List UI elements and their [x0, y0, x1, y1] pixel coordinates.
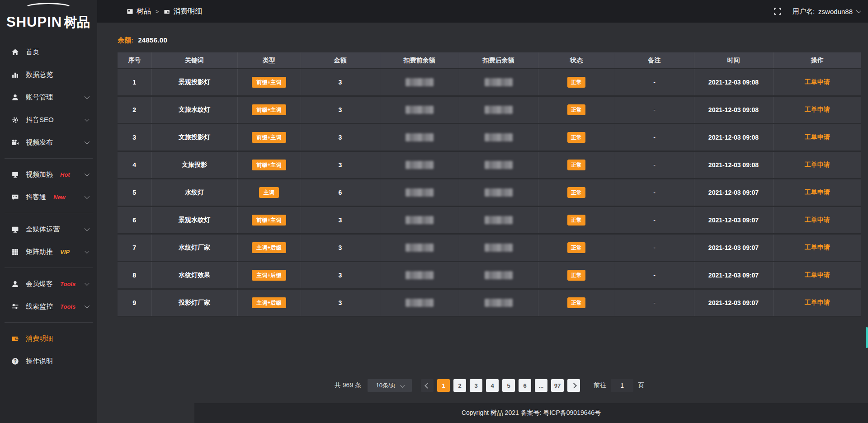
table-row: 1 景观投影灯 前缀+主词 3 正常 - 2021-12-03 09:08 工单… [118, 69, 861, 96]
fullscreen-icon[interactable] [774, 7, 783, 16]
work-order-link[interactable]: 工单申请 [805, 161, 830, 168]
sidebar-item-video-publish[interactable]: 视频发布 [0, 131, 97, 154]
cell-action: 工单申请 [773, 151, 861, 179]
menu-tag: VIP [60, 249, 70, 255]
chat-icon [11, 193, 19, 201]
logo-text-en: SHUPIN [6, 15, 62, 29]
chevron-down-icon [400, 383, 405, 387]
user-menu[interactable]: 用户名: zswodun88 [793, 7, 860, 16]
breadcrumb-item-current[interactable]: 消费明细 [164, 7, 203, 16]
page-button-6[interactable]: 6 [519, 379, 531, 392]
goto-label: 前往 [594, 381, 606, 390]
copyright-text: Copyright 树品 2021 备案号: 粤ICP备09019646号 [462, 409, 601, 417]
breadcrumb-separator: > [156, 8, 159, 15]
cell-pre-balance [380, 124, 459, 151]
cell-time: 2021-12-03 09:07 [694, 262, 773, 289]
page-button-1[interactable]: 1 [437, 379, 450, 392]
sidebar-item-account-management[interactable]: 账号管理 [0, 86, 97, 108]
cell-post-balance [459, 262, 538, 289]
cell-keyword: 文旅水纹灯 [151, 96, 237, 124]
blurred-balance-value [406, 271, 434, 279]
page-button-2[interactable]: 2 [453, 379, 466, 392]
chevron-down-icon [85, 249, 90, 254]
status-badge: 正常 [567, 160, 585, 170]
cell-amount: 3 [301, 207, 380, 234]
page-button-3[interactable]: 3 [470, 379, 482, 392]
work-order-link[interactable]: 工单申请 [805, 216, 830, 223]
goto-page-input[interactable] [611, 379, 633, 392]
blurred-balance-value [485, 161, 513, 169]
gear-icon [11, 116, 19, 124]
sidebar-item-matrix-boost[interactable]: 矩阵助推 VIP [0, 240, 97, 263]
type-badge: 前缀+主词 [252, 132, 286, 143]
cell-status: 正常 [538, 262, 615, 289]
blurred-balance-value [485, 299, 513, 307]
work-order-link[interactable]: 工单申请 [805, 133, 830, 141]
work-order-link[interactable]: 工单申请 [805, 106, 830, 113]
top-bar: 树品 > 消费明细 用户名: zswodun88 [97, 0, 868, 23]
cell-keyword: 水纹灯厂家 [151, 234, 237, 262]
work-order-link[interactable]: 工单申请 [805, 244, 830, 251]
type-badge: 主词 [259, 187, 279, 198]
sidebar-item-doukotong[interactable]: 抖客通 New [0, 186, 97, 208]
scroll-accent-bar [866, 327, 868, 348]
work-order-link[interactable]: 工单申请 [805, 271, 830, 278]
cell-amount: 3 [301, 289, 380, 317]
sidebar-item-lead-monitor[interactable]: 线索监控 Tools [0, 295, 97, 318]
sidebar-item-member-burst[interactable]: 会员爆客 Tools [0, 273, 97, 295]
cell-amount: 3 [301, 124, 380, 151]
cell-time: 2021-12-03 09:08 [694, 124, 773, 151]
page-button-97[interactable]: 97 [551, 379, 564, 392]
sidebar-item-consumption-detail[interactable]: 消费明细 [0, 327, 97, 350]
cell-keyword: 景观投影灯 [151, 69, 237, 96]
cell-remark: - [615, 207, 694, 234]
sidebar-item-operation-guide[interactable]: ? 操作说明 [0, 350, 97, 372]
cell-post-balance [459, 69, 538, 96]
cell-action: 工单申请 [773, 234, 861, 262]
page-button-4[interactable]: 4 [486, 379, 499, 392]
page-button-5[interactable]: 5 [502, 379, 515, 392]
type-badge: 前缀+主词 [252, 77, 286, 88]
blurred-balance-value [406, 216, 434, 224]
type-badge: 主词+后缀 [252, 270, 286, 281]
cell-pre-balance [380, 207, 459, 234]
work-order-link[interactable]: 工单申请 [805, 78, 830, 85]
blurred-balance-value [406, 299, 434, 307]
col-status: 状态 [538, 52, 615, 69]
cell-amount: 6 [301, 179, 380, 207]
type-badge: 主词+后缀 [252, 242, 286, 253]
video-camera-icon [11, 138, 19, 146]
blurred-balance-value [406, 244, 434, 252]
cell-pre-balance [380, 151, 459, 179]
breadcrumb-item-home[interactable]: 树品 [127, 7, 151, 16]
col-action: 操作 [773, 52, 861, 69]
sidebar-item-home[interactable]: 首页 [0, 41, 97, 63]
chevron-left-icon [425, 383, 430, 389]
cell-action: 工单申请 [773, 262, 861, 289]
cell-status: 正常 [538, 69, 615, 96]
cell-type: 前缀+主词 [237, 69, 301, 96]
sidebar-item-all-media-operation[interactable]: 全媒体运营 [0, 218, 97, 240]
sidebar-item-douyin-seo[interactable]: 抖音SEO [0, 108, 97, 131]
cell-amount: 3 [301, 96, 380, 124]
total-count: 共 969 条 [335, 381, 361, 390]
work-order-link[interactable]: 工单申请 [805, 188, 830, 196]
work-order-link[interactable]: 工单申请 [805, 299, 830, 306]
blurred-balance-value [406, 188, 434, 197]
next-page-button[interactable] [567, 379, 580, 392]
prev-page-button[interactable] [421, 379, 434, 392]
page-ellipsis-button[interactable]: ... [535, 379, 547, 392]
cell-status: 正常 [538, 124, 615, 151]
sidebar-item-video-heat[interactable]: 视频加热 Hot [0, 163, 97, 186]
cell-action: 工单申请 [773, 96, 861, 124]
cell-time: 2021-12-03 09:07 [694, 234, 773, 262]
monitor-icon [11, 225, 19, 233]
cell-type: 前缀+主词 [237, 124, 301, 151]
cell-time: 2021-12-03 09:08 [694, 69, 773, 96]
cell-type: 主词 [237, 179, 301, 207]
page-size-select[interactable]: 10条/页 [368, 379, 412, 392]
sidebar-item-label: 视频加热 [26, 170, 53, 179]
cell-keyword: 文旅投影灯 [151, 124, 237, 151]
sidebar-item-label: 矩阵助推 [26, 248, 53, 256]
sidebar-item-data-overview[interactable]: 数据总览 [0, 63, 97, 86]
